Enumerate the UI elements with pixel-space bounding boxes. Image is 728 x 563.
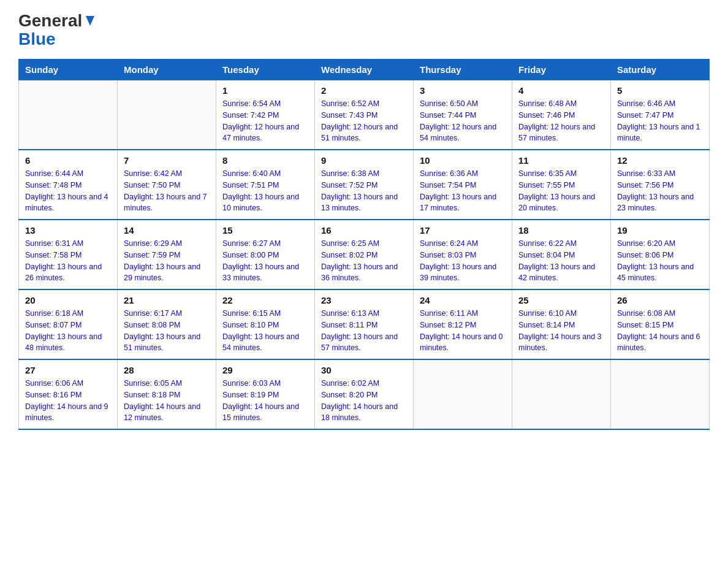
day-number: 6 bbox=[25, 155, 111, 166]
sunrise-text: Sunrise: 6:35 AM bbox=[518, 168, 604, 180]
sunset-text: Sunset: 8:18 PM bbox=[124, 389, 210, 401]
daylight-text: Daylight: 12 hours and 51 minutes. bbox=[321, 121, 407, 145]
day-header-saturday: Saturday bbox=[611, 59, 710, 80]
sunset-text: Sunset: 8:02 PM bbox=[321, 250, 407, 261]
day-number: 13 bbox=[25, 225, 111, 236]
sunrise-text: Sunrise: 6:02 AM bbox=[321, 378, 407, 389]
calendar-header: SundayMondayTuesdayWednesdayThursdayFrid… bbox=[19, 59, 710, 80]
calendar-cell: 1Sunrise: 6:54 AMSunset: 7:42 PMDaylight… bbox=[216, 80, 315, 150]
sunset-text: Sunset: 7:59 PM bbox=[124, 250, 210, 261]
sunset-text: Sunset: 8:11 PM bbox=[321, 320, 407, 331]
calendar-cell: 25Sunrise: 6:10 AMSunset: 8:14 PMDayligh… bbox=[512, 289, 611, 359]
calendar-cell bbox=[118, 80, 216, 150]
sun-info: Sunrise: 6:31 AMSunset: 7:58 PMDaylight:… bbox=[25, 238, 111, 284]
sunrise-text: Sunrise: 6:05 AM bbox=[124, 378, 210, 389]
sun-info: Sunrise: 6:02 AMSunset: 8:20 PMDaylight:… bbox=[321, 378, 407, 424]
day-number: 16 bbox=[321, 225, 407, 236]
calendar-cell: 22Sunrise: 6:15 AMSunset: 8:10 PMDayligh… bbox=[216, 289, 315, 359]
day-number: 5 bbox=[617, 85, 703, 96]
calendar-cell: 11Sunrise: 6:35 AMSunset: 7:55 PMDayligh… bbox=[512, 150, 611, 220]
sunrise-text: Sunrise: 6:24 AM bbox=[420, 238, 506, 250]
daylight-text: Daylight: 13 hours and 33 minutes. bbox=[222, 261, 308, 285]
sunset-text: Sunset: 8:08 PM bbox=[124, 320, 210, 331]
sunset-text: Sunset: 8:16 PM bbox=[25, 389, 111, 401]
daylight-text: Daylight: 13 hours and 17 minutes. bbox=[420, 191, 506, 215]
daylight-text: Daylight: 14 hours and 15 minutes. bbox=[222, 401, 308, 424]
calendar-cell: 15Sunrise: 6:27 AMSunset: 8:00 PMDayligh… bbox=[216, 220, 315, 289]
day-number: 21 bbox=[124, 295, 210, 305]
sunset-text: Sunset: 7:42 PM bbox=[222, 110, 308, 121]
calendar-cell: 28Sunrise: 6:05 AMSunset: 8:18 PMDayligh… bbox=[118, 359, 216, 429]
sunset-text: Sunset: 7:43 PM bbox=[321, 110, 407, 121]
daylight-text: Daylight: 13 hours and 51 minutes. bbox=[124, 331, 210, 354]
day-number: 30 bbox=[321, 365, 407, 375]
calendar-cell: 18Sunrise: 6:22 AMSunset: 8:04 PMDayligh… bbox=[512, 220, 611, 289]
sunrise-text: Sunrise: 6:20 AM bbox=[617, 238, 703, 250]
daylight-text: Daylight: 13 hours and 4 minutes. bbox=[25, 191, 111, 215]
day-number: 12 bbox=[617, 155, 703, 166]
sunset-text: Sunset: 8:06 PM bbox=[617, 250, 703, 261]
sunrise-text: Sunrise: 6:31 AM bbox=[25, 238, 111, 250]
daylight-text: Daylight: 13 hours and 45 minutes. bbox=[617, 261, 703, 285]
sunrise-text: Sunrise: 6:10 AM bbox=[518, 308, 604, 320]
sunrise-text: Sunrise: 6:22 AM bbox=[518, 238, 604, 250]
sun-info: Sunrise: 6:38 AMSunset: 7:52 PMDaylight:… bbox=[321, 168, 407, 214]
calendar-cell: 29Sunrise: 6:03 AMSunset: 8:19 PMDayligh… bbox=[216, 359, 315, 429]
sunrise-text: Sunrise: 6:27 AM bbox=[222, 238, 308, 250]
sunset-text: Sunset: 7:46 PM bbox=[518, 110, 604, 121]
sunset-text: Sunset: 8:19 PM bbox=[222, 389, 308, 401]
sunset-text: Sunset: 8:00 PM bbox=[222, 250, 308, 261]
daylight-text: Daylight: 13 hours and 29 minutes. bbox=[124, 261, 210, 285]
sun-info: Sunrise: 6:52 AMSunset: 7:43 PMDaylight:… bbox=[321, 98, 407, 144]
logo-blue-text: Blue bbox=[18, 29, 56, 48]
calendar-cell bbox=[414, 359, 512, 429]
sun-info: Sunrise: 6:29 AMSunset: 7:59 PMDaylight:… bbox=[124, 238, 210, 284]
day-number: 8 bbox=[222, 155, 308, 166]
day-number: 23 bbox=[321, 295, 407, 305]
sunset-text: Sunset: 7:48 PM bbox=[25, 180, 111, 191]
logo-general-text: General bbox=[18, 12, 82, 29]
day-number: 24 bbox=[420, 295, 506, 305]
sunrise-text: Sunrise: 6:40 AM bbox=[222, 168, 308, 180]
sunset-text: Sunset: 8:20 PM bbox=[321, 389, 407, 401]
day-number: 15 bbox=[222, 225, 308, 236]
daylight-text: Daylight: 13 hours and 20 minutes. bbox=[518, 191, 604, 215]
daylight-text: Daylight: 13 hours and 57 minutes. bbox=[321, 331, 407, 354]
sunrise-text: Sunrise: 6:03 AM bbox=[222, 378, 308, 389]
calendar-cell: 23Sunrise: 6:13 AMSunset: 8:11 PMDayligh… bbox=[315, 289, 414, 359]
sun-info: Sunrise: 6:03 AMSunset: 8:19 PMDaylight:… bbox=[222, 378, 308, 424]
day-number: 20 bbox=[25, 295, 111, 305]
calendar-cell: 10Sunrise: 6:36 AMSunset: 7:54 PMDayligh… bbox=[414, 150, 512, 220]
day-header-friday: Friday bbox=[512, 59, 611, 80]
sunrise-text: Sunrise: 6:08 AM bbox=[617, 308, 703, 320]
sunrise-text: Sunrise: 6:54 AM bbox=[222, 98, 308, 110]
sunset-text: Sunset: 8:14 PM bbox=[518, 320, 604, 331]
calendar-cell: 14Sunrise: 6:29 AMSunset: 7:59 PMDayligh… bbox=[118, 220, 216, 289]
calendar-cell: 20Sunrise: 6:18 AMSunset: 8:07 PMDayligh… bbox=[19, 289, 118, 359]
calendar-cell: 17Sunrise: 6:24 AMSunset: 8:03 PMDayligh… bbox=[414, 220, 512, 289]
daylight-text: Daylight: 12 hours and 57 minutes. bbox=[518, 121, 604, 145]
day-number: 4 bbox=[518, 85, 604, 96]
sunrise-text: Sunrise: 6:13 AM bbox=[321, 308, 407, 320]
calendar-cell: 19Sunrise: 6:20 AMSunset: 8:06 PMDayligh… bbox=[611, 220, 710, 289]
sun-info: Sunrise: 6:40 AMSunset: 7:51 PMDaylight:… bbox=[222, 168, 308, 214]
sun-info: Sunrise: 6:44 AMSunset: 7:48 PMDaylight:… bbox=[25, 168, 111, 214]
sun-info: Sunrise: 6:08 AMSunset: 8:15 PMDaylight:… bbox=[617, 308, 703, 354]
calendar-cell: 5Sunrise: 6:46 AMSunset: 7:47 PMDaylight… bbox=[611, 80, 710, 150]
sunset-text: Sunset: 7:54 PM bbox=[420, 180, 506, 191]
daylight-text: Daylight: 12 hours and 47 minutes. bbox=[222, 121, 308, 145]
daylight-text: Daylight: 13 hours and 23 minutes. bbox=[617, 191, 703, 215]
sunrise-text: Sunrise: 6:46 AM bbox=[617, 98, 703, 110]
calendar-cell: 24Sunrise: 6:11 AMSunset: 8:12 PMDayligh… bbox=[414, 289, 512, 359]
sunrise-text: Sunrise: 6:38 AM bbox=[321, 168, 407, 180]
calendar-cell: 3Sunrise: 6:50 AMSunset: 7:44 PMDaylight… bbox=[414, 80, 512, 150]
sunrise-text: Sunrise: 6:50 AM bbox=[420, 98, 506, 110]
sun-info: Sunrise: 6:24 AMSunset: 8:03 PMDaylight:… bbox=[420, 238, 506, 284]
daylight-text: Daylight: 13 hours and 48 minutes. bbox=[25, 331, 111, 354]
calendar-cell: 2Sunrise: 6:52 AMSunset: 7:43 PMDaylight… bbox=[315, 80, 414, 150]
week-row-1: 1Sunrise: 6:54 AMSunset: 7:42 PMDaylight… bbox=[19, 80, 710, 150]
sun-info: Sunrise: 6:15 AMSunset: 8:10 PMDaylight:… bbox=[222, 308, 308, 354]
sunrise-text: Sunrise: 6:52 AM bbox=[321, 98, 407, 110]
day-number: 10 bbox=[420, 155, 506, 166]
sunset-text: Sunset: 7:52 PM bbox=[321, 180, 407, 191]
